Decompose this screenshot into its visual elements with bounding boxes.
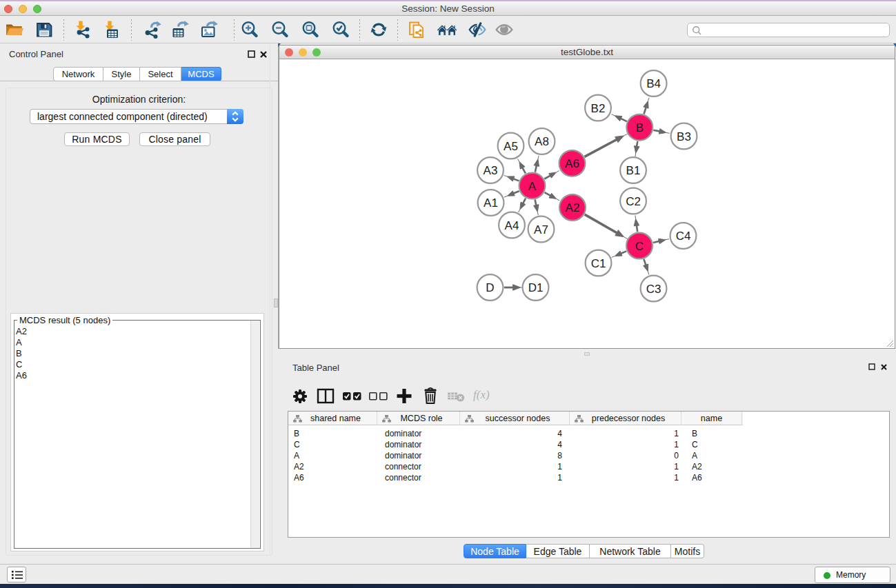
svg-text:D: D (486, 281, 494, 294)
svg-text:A5: A5 (504, 140, 518, 153)
svg-text:A4: A4 (505, 219, 519, 232)
svg-text:B4: B4 (646, 77, 661, 90)
svg-text:A1: A1 (484, 196, 498, 210)
svg-text:A2: A2 (566, 201, 580, 214)
svg-text:A3: A3 (484, 164, 498, 177)
svg-text:C1: C1 (591, 257, 606, 270)
svg-text:D1: D1 (528, 281, 544, 294)
svg-text:B3: B3 (677, 130, 691, 143)
svg-text:C: C (635, 240, 644, 253)
svg-text:C2: C2 (626, 195, 641, 208)
svg-text:A7: A7 (534, 223, 548, 236)
svg-text:A6: A6 (565, 157, 579, 170)
svg-text:A8: A8 (535, 135, 549, 148)
svg-text:B2: B2 (591, 102, 606, 115)
svg-text:B1: B1 (626, 164, 641, 177)
svg-text:A: A (528, 180, 537, 193)
svg-text:B: B (636, 121, 644, 134)
svg-text:C4: C4 (676, 230, 691, 243)
svg-text:C3: C3 (646, 283, 661, 296)
